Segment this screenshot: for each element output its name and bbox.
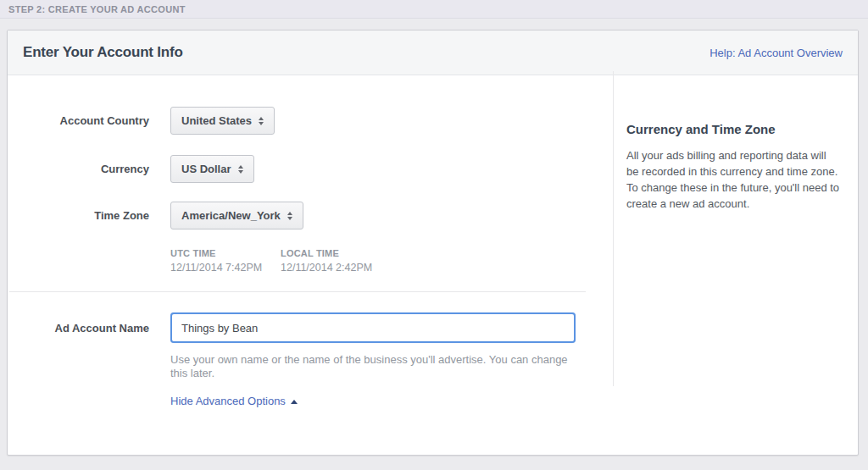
account-country-value: United States	[181, 114, 252, 127]
ad-account-name-help-text: Use your own name or the name of the bus…	[170, 353, 570, 380]
time-info: UTC TIME 12/11/2014 7:42PM LOCAL TIME 12…	[170, 248, 605, 274]
time-zone-value: America/New_York	[181, 209, 281, 222]
step-bar: STEP 2: CREATE YOUR AD ACCOUNT	[0, 0, 868, 19]
currency-label: Currency	[8, 163, 149, 175]
vertical-divider	[613, 71, 614, 386]
time-zone-label: Time Zone	[8, 209, 149, 222]
time-zone-select[interactable]: America/New_York	[170, 202, 303, 229]
account-info-form: Account Country United States Currency U…	[8, 75, 605, 456]
utc-time: UTC TIME 12/11/2014 7:42PM	[170, 248, 281, 274]
ad-account-name-label: Ad Account Name	[8, 322, 149, 335]
page-title: Enter Your Account Info	[23, 44, 183, 61]
hide-advanced-options-label: Hide Advanced Options	[170, 395, 286, 407]
currency-value: US Dollar	[181, 163, 231, 175]
utc-time-value: 12/11/2014 7:42PM	[170, 262, 281, 274]
account-country-row: Account Country United States	[8, 107, 605, 135]
account-country-select[interactable]: United States	[170, 107, 275, 135]
local-time-value: 12/11/2014 2:42PM	[281, 262, 391, 274]
ad-account-name-row: Ad Account Name	[8, 312, 605, 343]
sidebar-body-text: All your ads billing and reporting data …	[626, 147, 841, 212]
select-arrows-icon	[287, 212, 292, 220]
select-arrows-icon	[238, 165, 243, 174]
step-label: STEP 2: CREATE YOUR AD ACCOUNT	[8, 4, 186, 14]
local-time-label: LOCAL TIME	[281, 248, 391, 258]
utc-time-label: UTC TIME	[170, 248, 281, 258]
panel-header: Enter Your Account Info Help: Ad Account…	[8, 30, 858, 75]
account-country-label: Account Country	[8, 114, 149, 127]
sidebar-heading: Currency and Time Zone	[626, 122, 841, 136]
time-zone-row: Time Zone America/New_York	[8, 202, 605, 229]
account-info-panel: Enter Your Account Info Help: Ad Account…	[7, 30, 859, 456]
help-ad-account-overview-link[interactable]: Help: Ad Account Overview	[709, 47, 843, 59]
currency-select[interactable]: US Dollar	[170, 155, 254, 183]
ad-account-name-input[interactable]	[170, 312, 576, 343]
panel-body: Account Country United States Currency U…	[8, 75, 858, 456]
caret-up-icon	[291, 400, 298, 404]
info-sidebar: Currency and Time Zone All your ads bill…	[605, 75, 858, 456]
hide-advanced-options-link[interactable]: Hide Advanced Options	[170, 395, 298, 407]
local-time: LOCAL TIME 12/11/2014 2:42PM	[281, 248, 391, 274]
currency-row: Currency US Dollar	[8, 155, 605, 183]
section-divider	[9, 291, 586, 292]
select-arrows-icon	[259, 117, 264, 125]
